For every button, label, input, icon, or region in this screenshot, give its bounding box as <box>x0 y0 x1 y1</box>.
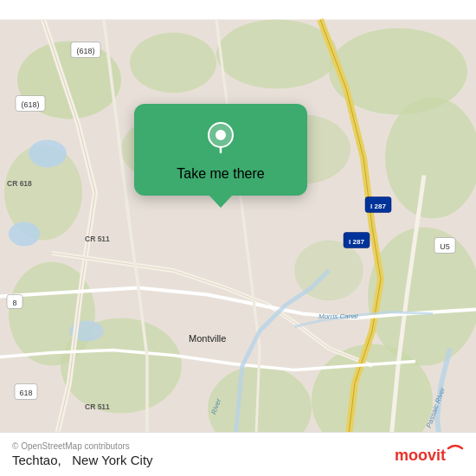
location-city: New York City <box>72 453 152 467</box>
svg-text:CR 618: CR 618 <box>7 179 32 188</box>
svg-text:I 287: I 287 <box>349 238 364 246</box>
moovit-logo: moovit <box>395 441 464 467</box>
svg-text:CR 511: CR 511 <box>85 235 110 243</box>
svg-text:I 287: I 287 <box>370 203 386 210</box>
svg-point-16 <box>9 222 40 247</box>
moovit-logo-icon: moovit <box>395 441 464 467</box>
svg-text:moovit: moovit <box>395 447 446 464</box>
svg-text:(618): (618) <box>21 100 39 109</box>
svg-point-15 <box>29 140 67 168</box>
location-pin-icon <box>202 119 240 158</box>
svg-text:618: 618 <box>19 389 32 397</box>
svg-point-2 <box>130 33 216 93</box>
svg-text:Montville: Montville <box>189 333 226 344</box>
attribution-text: © OpenStreetMap contributors <box>12 441 153 451</box>
svg-point-3 <box>216 20 338 89</box>
bottom-bar: © OpenStreetMap contributors Techtao, Ne… <box>0 432 476 476</box>
svg-text:U5: U5 <box>440 242 450 251</box>
location-primary: Techtao, <box>12 453 61 467</box>
bottom-left-info: © OpenStreetMap contributors Techtao, Ne… <box>12 441 153 467</box>
svg-point-6 <box>368 228 476 366</box>
svg-text:8: 8 <box>12 299 16 307</box>
popup-card[interactable]: Take me there <box>134 104 307 196</box>
location-name: Techtao, New York City <box>12 453 153 467</box>
map-background: (618) (618) CR 618 CR 511 CR 511 618 I 2… <box>0 0 476 476</box>
svg-point-40 <box>215 130 226 140</box>
svg-point-5 <box>385 98 476 219</box>
svg-text:(618): (618) <box>76 47 94 55</box>
map-container: (618) (618) CR 618 CR 511 CR 511 618 I 2… <box>0 0 476 476</box>
svg-text:Morris Canal: Morris Canal <box>318 312 358 320</box>
svg-text:CR 511: CR 511 <box>85 402 110 411</box>
take-me-there-button[interactable]: Take me there <box>177 166 264 182</box>
